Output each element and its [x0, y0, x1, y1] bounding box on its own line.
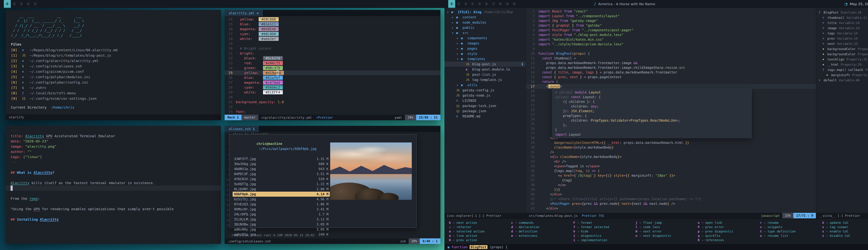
code-line[interactable]: 31 />: [526, 150, 816, 155]
yaml-line[interactable]: 14 yellow: '#EBCB8B': [225, 17, 440, 22]
coc-explorer-pane[interactable]: ▾■[FILE]: blog/home/chris/Rep▸■content▸■…: [444, 8, 526, 213]
which-key-binding[interactable]: F → format: [574, 221, 636, 225]
code-line[interactable]: 34 <span>Tagged in </span>: [526, 164, 816, 168]
workspace-button-2[interactable]: ②: [11, 0, 18, 8]
file-row[interactable]: 4Y6C0JV.jpg539 K: [232, 176, 330, 182]
file-row[interactable]: 31i0jLM.jpg3.11 M: [232, 217, 330, 222]
which-key-binding[interactable]: i → diagnostics: [574, 234, 636, 238]
explorer-item[interactable]: JStag-template.js: [444, 77, 526, 82]
alacritty-yml-window[interactable]: alacritty.yml ⚙ 14 yellow: '#EBCB8B'15 b…: [225, 10, 440, 120]
markdown-line[interactable]: [6, 201, 221, 206]
vista-symbol[interactable]: ƒtags.map() callbackFunction:: [819, 67, 868, 72]
workspace-button-5[interactable]: ⑤: [32, 0, 38, 8]
code-line[interactable]: 11 const thumbnail =: [526, 56, 816, 61]
workspace-button-3[interactable]: ③: [462, 0, 469, 8]
workspace-button-5[interactable]: ⑤: [476, 0, 483, 8]
expander-icon[interactable]: ▸: [452, 21, 456, 24]
code-line[interactable]: 14 const { title, image, tags } = props.…: [526, 70, 816, 75]
code-line[interactable]: 16 return (: [526, 79, 816, 84]
which-key-binding[interactable]: j → float jump: [636, 221, 698, 225]
explorer-item[interactable]: ▸■node_modules: [444, 20, 526, 25]
yaml-line[interactable]: 20 # Bright colors: [225, 46, 440, 51]
code-line[interactable]: 6import style from "./blog-post.module.l…: [526, 32, 816, 37]
expander-icon[interactable]: ▸: [452, 26, 456, 30]
expander-icon[interactable]: ▾: [447, 10, 452, 14]
markdown-line[interactable]: title: Alacritty GPU Accelerated Termina…: [6, 133, 221, 139]
yaml-line[interactable]: 16 magenta: '#B48EAD': [225, 27, 440, 31]
file-row[interactable]: 6LibVNY.jpg2.06 M: [232, 187, 330, 192]
startify-entry[interactable]: [2]⚙~/.config/alacritty/alacritty.yml: [6, 58, 221, 63]
startify-entry[interactable]: [0]≣~/Repos/blog/content/Linux/06-alacri…: [6, 48, 221, 53]
expander-icon[interactable]: ▸: [452, 15, 456, 19]
code-line[interactable]: 2import Layout from "../components/layou…: [526, 14, 816, 19]
yaml-line[interactable]: 22 black: '#5c6370': [225, 56, 440, 61]
explorer-item[interactable]: JSgatsby-node.js: [444, 93, 526, 98]
file-browser-float[interactable]: chris@machine ~/Pics/wallpapers/6QbF0pb.…: [229, 134, 416, 228]
vista-symbol[interactable]: νtitleVariable:14: [819, 20, 868, 25]
explorer-item[interactable]: ▸■public: [444, 25, 526, 30]
markdown-line[interactable]: From the repo:: [6, 196, 221, 201]
explorer-item[interactable]: JSgatsby-config.js: [444, 88, 526, 93]
code-line[interactable]: 12 props.data.markdownRemark.frontmatter…: [526, 61, 816, 65]
yaml-line[interactable]: 18 white: '#abb2bf': [225, 36, 440, 41]
explorer-item[interactable]: ▸■images: [444, 40, 526, 46]
which-key-binding[interactable]: b → next action: [449, 221, 511, 225]
workspace-button-2[interactable]: ②: [455, 0, 462, 8]
code-pane[interactable]: 1import React from "react"2import Layout…: [526, 8, 816, 213]
which-key-binding[interactable]: z → disable CoC: [822, 234, 868, 238]
vista-symbol[interactable]: ◆__htmlProperty:29: [819, 62, 868, 67]
expander-icon[interactable]: ▸: [457, 47, 461, 50]
yaml-line[interactable]: 26 blue: '#61afef': [225, 75, 440, 80]
code-line[interactable]: 9: [526, 47, 816, 51]
explorer-item[interactable]: ▾■templates: [444, 56, 526, 61]
markdown-line[interactable]: "Using the GPU for rendering enables opt…: [6, 206, 221, 212]
code-line[interactable]: 37 {tag}: [526, 178, 816, 183]
code-line[interactable]: 8import "../style/themes/prism-darcula.l…: [526, 42, 816, 47]
yaml-line[interactable]: 33font:: [225, 109, 440, 114]
code-line[interactable]: 3import Img from "gatsby-image": [526, 19, 816, 23]
yaml-line[interactable]: 15 blue: '#81A1C1': [225, 22, 440, 27]
expander-icon[interactable]: ▸: [457, 36, 461, 40]
which-key-binding[interactable]: f → format selected: [574, 225, 636, 229]
vista-symbol[interactable]: νprevVariable:15: [819, 36, 868, 41]
code-line[interactable]: 10function BlogPost(props) {: [526, 51, 816, 56]
yaml-line[interactable]: 32: [225, 104, 440, 109]
file-row[interactable]: 3UwJhbg.jpg680 K: [232, 161, 330, 166]
yaml-line[interactable]: 29 white: '#ECEFF4': [225, 90, 440, 95]
file-row[interactable]: 24LrDFQ.jpg1.7 M: [232, 212, 330, 217]
yaml-line[interactable]: 28 cyan: '#56b6c2': [225, 85, 440, 90]
yaml-line[interactable]: 17 cyan: '#88C0D0': [225, 31, 440, 36]
file-row[interactable]: 38iNVBw.jpg3.05 M: [232, 222, 330, 227]
code-line[interactable]: 4import { graphql } from "gatsby": [526, 23, 816, 28]
expander-icon[interactable]: ▾: [457, 57, 461, 61]
code-line[interactable]: 38 </a>: [526, 183, 816, 187]
code-line[interactable]: 41 {/* <Share title={title} url={url} pa…: [526, 197, 816, 201]
which-key-binding[interactable]: P → prev error: [698, 225, 760, 229]
file-row[interactable]: ad6v9Oy.jpg3.05 M: [232, 227, 330, 232]
which-key-binding[interactable]: e → extensions: [511, 234, 573, 238]
workspace-button-6[interactable]: ⑥: [483, 0, 490, 8]
code-line[interactable]: 35 {tags.map((tag, i) => (: [526, 168, 816, 173]
expander-icon[interactable]: ▸: [457, 83, 461, 87]
which-key-binding[interactable]: U → update CoC: [822, 221, 868, 225]
workspace-button-1[interactable]: ①: [4, 0, 11, 8]
which-key-binding[interactable]: N → next error: [636, 229, 698, 234]
vista-symbol[interactable]: ◆textAlignProperty:25: [819, 57, 868, 62]
explorer-item[interactable]: ▸■utils: [444, 82, 526, 88]
yaml-line[interactable]: 27 magenta: '#c678dd': [225, 80, 440, 85]
startify-entry[interactable]: [3]$~/.config/zsh/aliases.zsh: [6, 63, 221, 69]
workspace-button-10[interactable]: ⑩: [511, 0, 518, 8]
markdown-line[interactable]: image: "alacritty.png": [6, 144, 221, 149]
file-row[interactable]: 6zS17Sj.jpg4.96 M: [232, 197, 330, 202]
file-row[interactable]: 4bORVJa.jpg943 K: [232, 166, 330, 171]
code-line[interactable]: 40 </div>: [526, 192, 816, 197]
explorer-item[interactable]: ▸■components: [444, 35, 526, 40]
which-key-binding[interactable]: R → references: [698, 238, 760, 243]
markdown-window[interactable]: ---title: Alacritty GPU Accelerated Term…: [6, 126, 221, 244]
zsh-window[interactable]: aliases.zsh $ 1alias lg='lazygit'2ali345…: [225, 126, 440, 244]
which-key-binding[interactable]: u → resume list: [760, 234, 822, 238]
file-row[interactable]: 6QbF0pb.jpg4.14 M: [232, 192, 330, 197]
vista-symbol[interactable]: νthumbnailVariable:11: [819, 15, 868, 20]
markdown-line[interactable]: ---: [6, 160, 221, 165]
which-key-binding[interactable]: ; → refactor: [449, 225, 511, 229]
